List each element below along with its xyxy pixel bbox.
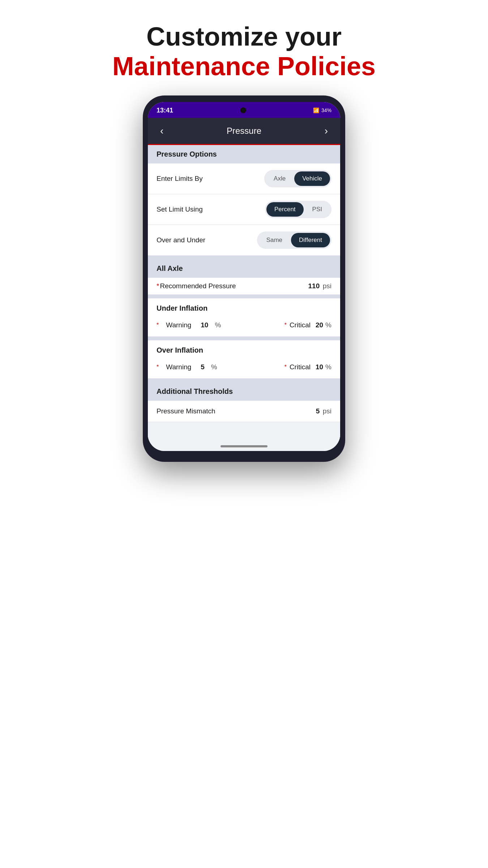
signal-icon: 📶: [313, 107, 319, 113]
hero-title: Customize your Maintenance Policies: [112, 22, 376, 81]
recommended-pressure-row: *Recommended Pressure 110 psi: [148, 278, 340, 295]
under-inflation-title: Under Inflation: [157, 304, 331, 312]
hero-line2: Maintenance Policies: [112, 51, 376, 81]
required-star-5: *: [284, 364, 287, 370]
phone-shell: 13:41 📶 34% ‹ Pressure › Pressure Option…: [143, 95, 345, 462]
required-star-1: *: [157, 282, 159, 290]
set-limit-label: Set Limit Using: [157, 205, 203, 213]
over-under-label: Over and Under: [157, 236, 205, 244]
forward-button[interactable]: ›: [321, 124, 331, 138]
set-limit-toggle[interactable]: Percent PSI: [265, 201, 331, 218]
enter-limits-toggle[interactable]: Axle Vehicle: [264, 170, 331, 187]
axle-toggle-btn[interactable]: Axle: [266, 171, 294, 186]
over-inflation-row: * Warning 5 % * Critical 10 %: [157, 359, 331, 375]
divider-2: [148, 295, 340, 298]
under-warning-value: 10: [201, 321, 208, 329]
under-warning-label: Warning: [166, 321, 191, 329]
over-critical-group: * Critical 10 %: [284, 363, 331, 371]
section-pressure-options: Pressure Options: [148, 145, 340, 163]
over-under-row: Over and Under Same Different: [148, 225, 340, 256]
phone-screen: 13:41 📶 34% ‹ Pressure › Pressure Option…: [148, 102, 340, 451]
over-inflation-title: Over Inflation: [157, 346, 331, 354]
nav-title: Pressure: [227, 126, 261, 136]
hero-line1: Customize your: [112, 22, 376, 51]
pressure-mismatch-label: Pressure Mismatch: [157, 407, 215, 415]
set-limit-row: Set Limit Using Percent PSI: [148, 194, 340, 225]
percent-toggle-btn[interactable]: Percent: [266, 202, 304, 217]
under-critical-label: Critical: [290, 321, 311, 329]
recommended-pressure-value-group: 110 psi: [308, 282, 331, 290]
over-under-toggle[interactable]: Same Different: [257, 231, 331, 249]
pressure-mismatch-value-group: 5 psi: [316, 407, 331, 415]
under-critical-unit: %: [325, 321, 331, 329]
recommended-pressure-label: *Recommended Pressure: [157, 282, 236, 290]
enter-limits-row: Enter Limits By Axle Vehicle: [148, 163, 340, 194]
under-warning-unit: %: [215, 321, 221, 329]
recommended-pressure-value: 110: [308, 282, 320, 290]
home-bar: [221, 445, 267, 447]
different-toggle-btn[interactable]: Different: [291, 233, 330, 247]
divider-3: [148, 337, 340, 340]
required-star-3: *: [284, 322, 287, 328]
bottom-space: [148, 422, 340, 440]
pressure-mismatch-value: 5: [316, 407, 320, 415]
all-axle-title: All Axle: [157, 264, 183, 272]
battery-text: 34%: [321, 107, 331, 113]
vehicle-toggle-btn[interactable]: Vehicle: [294, 171, 330, 186]
enter-limits-label: Enter Limits By: [157, 175, 203, 183]
content-area: Pressure Options Enter Limits By Axle Ve…: [148, 145, 340, 440]
under-inflation-section: Under Inflation * Warning 10 % * Critica…: [148, 298, 340, 337]
camera-notch: [240, 107, 246, 113]
section-all-axle: All Axle: [148, 259, 340, 278]
required-star-4: *: [157, 364, 159, 370]
under-critical-group: * Critical 20 %: [284, 321, 331, 329]
under-inflation-row: * Warning 10 % * Critical 20 %: [157, 318, 331, 333]
under-critical-value: 20: [316, 321, 323, 329]
home-indicator: [148, 440, 340, 451]
status-icons: 📶 34%: [313, 107, 331, 113]
pressure-mismatch-unit: psi: [323, 407, 331, 415]
same-toggle-btn[interactable]: Same: [258, 233, 290, 247]
required-star-2: *: [157, 322, 159, 328]
over-critical-label: Critical: [290, 363, 311, 371]
over-inflation-section: Over Inflation * Warning 5 % * Critical …: [148, 340, 340, 379]
over-critical-unit: %: [325, 363, 331, 371]
recommended-pressure-unit: psi: [323, 282, 331, 290]
status-time: 13:41: [157, 107, 173, 114]
top-nav: ‹ Pressure ›: [148, 118, 340, 145]
additional-thresholds-title: Additional Thresholds: [157, 387, 233, 395]
divider-1: [148, 256, 340, 259]
over-warning-unit: %: [211, 363, 217, 371]
back-button[interactable]: ‹: [157, 124, 167, 138]
divider-4: [148, 379, 340, 382]
pressure-options-title: Pressure Options: [157, 150, 217, 158]
section-additional-thresholds: Additional Thresholds: [148, 382, 340, 401]
over-critical-value: 10: [316, 363, 323, 371]
over-warning-value: 5: [201, 363, 205, 371]
pressure-mismatch-row: Pressure Mismatch 5 psi: [148, 401, 340, 422]
over-warning-label: Warning: [166, 363, 191, 371]
psi-toggle-btn[interactable]: PSI: [304, 202, 330, 217]
status-bar: 13:41 📶 34%: [148, 102, 340, 118]
